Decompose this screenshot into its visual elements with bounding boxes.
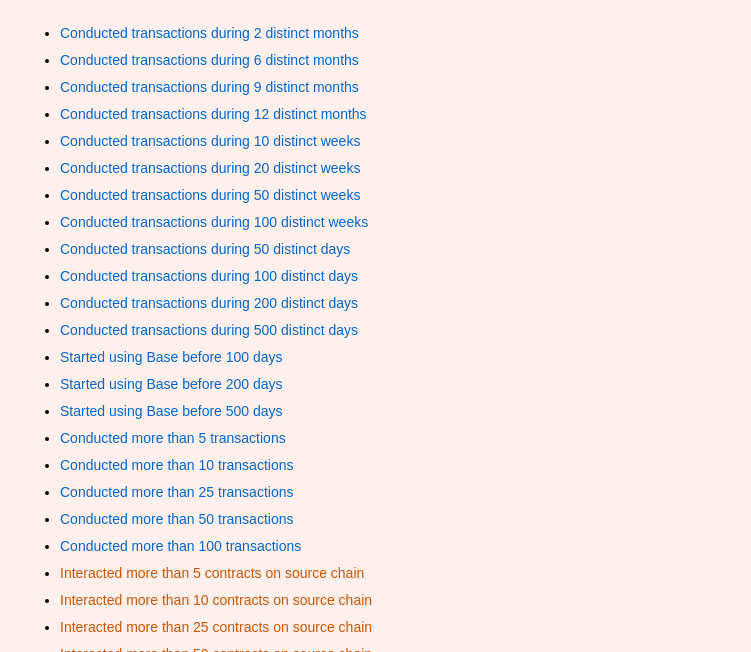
list-item-link[interactable]: Conducted more than 25 transactions bbox=[60, 484, 293, 500]
list-item: Conducted transactions during 50 distinc… bbox=[60, 182, 721, 209]
list-item-link[interactable]: Conducted transactions during 6 distinct… bbox=[60, 52, 359, 68]
list-item-link[interactable]: Conducted transactions during 10 distinc… bbox=[60, 133, 360, 149]
list-item: Conducted more than 50 transactions bbox=[60, 506, 721, 533]
list-item-link[interactable]: Conducted transactions during 100 distin… bbox=[60, 214, 368, 230]
list-item-link[interactable]: Conducted transactions during 12 distinc… bbox=[60, 106, 367, 122]
list-item: Conducted transactions during 100 distin… bbox=[60, 209, 721, 236]
list-item: Interacted more than 10 contracts on sou… bbox=[60, 587, 721, 614]
list-item-link[interactable]: Conducted more than 10 transactions bbox=[60, 457, 293, 473]
list-item-link[interactable]: Conducted more than 100 transactions bbox=[60, 538, 301, 554]
list-item: Conducted transactions during 500 distin… bbox=[60, 317, 721, 344]
list-item: Conducted transactions during 6 distinct… bbox=[60, 47, 721, 74]
list-item: Started using Base before 100 days bbox=[60, 344, 721, 371]
list-item-link[interactable]: Conducted transactions during 100 distin… bbox=[60, 268, 358, 284]
list-item: Conducted more than 10 transactions bbox=[60, 452, 721, 479]
list-item-link[interactable]: Interacted more than 5 contracts on sour… bbox=[60, 565, 364, 581]
list-item: Conducted transactions during 9 distinct… bbox=[60, 74, 721, 101]
list-item: Conducted transactions during 2 distinct… bbox=[60, 20, 721, 47]
list-item: Conducted transactions during 200 distin… bbox=[60, 290, 721, 317]
list-item-link[interactable]: Conducted transactions during 2 distinct… bbox=[60, 25, 359, 41]
main-container: Conducted transactions during 2 distinct… bbox=[0, 0, 751, 652]
list-item-link[interactable]: Started using Base before 100 days bbox=[60, 349, 283, 365]
list-item: Conducted transactions during 10 distinc… bbox=[60, 128, 721, 155]
list-item-link[interactable]: Conducted more than 5 transactions bbox=[60, 430, 286, 446]
list-item: Interacted more than 25 contracts on sou… bbox=[60, 614, 721, 641]
list-item-link[interactable]: Interacted more than 10 contracts on sou… bbox=[60, 592, 372, 608]
list-item-link[interactable]: Conducted transactions during 50 distinc… bbox=[60, 187, 360, 203]
list-item: Conducted transactions during 20 distinc… bbox=[60, 155, 721, 182]
list-item-link[interactable]: Conducted more than 50 transactions bbox=[60, 511, 293, 527]
list-item-link[interactable]: Started using Base before 500 days bbox=[60, 403, 283, 419]
list-item: Started using Base before 500 days bbox=[60, 398, 721, 425]
list-item: Conducted transactions during 100 distin… bbox=[60, 263, 721, 290]
list-item: Interacted more than 50 contracts on sou… bbox=[60, 641, 721, 652]
list-item-link[interactable]: Conducted transactions during 20 distinc… bbox=[60, 160, 360, 176]
list-item: Conducted more than 25 transactions bbox=[60, 479, 721, 506]
list-item: Conducted transactions during 12 distinc… bbox=[60, 101, 721, 128]
list-item-link[interactable]: Interacted more than 25 contracts on sou… bbox=[60, 619, 372, 635]
list-item: Conducted more than 100 transactions bbox=[60, 533, 721, 560]
list-item-link[interactable]: Conducted transactions during 9 distinct… bbox=[60, 79, 359, 95]
list-item-link[interactable]: Conducted transactions during 50 distinc… bbox=[60, 241, 350, 257]
list-item-link[interactable]: Conducted transactions during 200 distin… bbox=[60, 295, 358, 311]
criteria-list: Conducted transactions during 2 distinct… bbox=[30, 20, 721, 652]
list-item-link[interactable]: Conducted transactions during 500 distin… bbox=[60, 322, 358, 338]
list-item: Started using Base before 200 days bbox=[60, 371, 721, 398]
list-item-link[interactable]: Interacted more than 50 contracts on sou… bbox=[60, 646, 372, 652]
list-item: Interacted more than 5 contracts on sour… bbox=[60, 560, 721, 587]
list-item: Conducted more than 5 transactions bbox=[60, 425, 721, 452]
list-item: Conducted transactions during 50 distinc… bbox=[60, 236, 721, 263]
list-item-link[interactable]: Started using Base before 200 days bbox=[60, 376, 283, 392]
